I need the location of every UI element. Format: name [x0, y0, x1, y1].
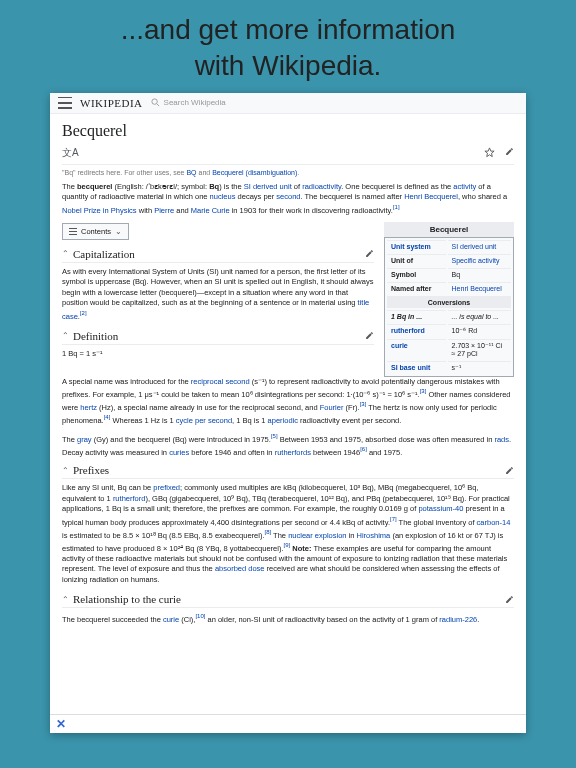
- edit-section-icon[interactable]: [365, 249, 374, 258]
- bottom-bar: ✕: [50, 714, 526, 733]
- chevron-up-icon[interactable]: ⌃: [62, 595, 69, 604]
- section-heading: Definition: [73, 330, 118, 342]
- menu-icon[interactable]: [58, 97, 72, 109]
- list-icon: [69, 228, 77, 235]
- close-icon[interactable]: ✕: [56, 717, 66, 731]
- svg-point-0: [151, 99, 156, 104]
- svg-line-1: [156, 104, 158, 106]
- infobox: Becquerel Unit systemSI derived unit Uni…: [384, 222, 514, 377]
- redirect-link[interactable]: BQ: [186, 169, 196, 176]
- paragraph: As with every International System of Un…: [62, 267, 374, 322]
- redirect-link[interactable]: Becquerel (disambiguation): [212, 169, 297, 176]
- wikipedia-page: WIKIPEDIA Search Wikipedia Becquerel 文A …: [50, 93, 526, 733]
- page-title: Becquerel: [62, 122, 514, 140]
- section-heading: Relationship to the curie: [73, 593, 181, 605]
- chevron-up-icon[interactable]: ⌃: [62, 331, 69, 340]
- section-heading: Prefixes: [73, 464, 109, 476]
- promo-line2: with Wikipedia.: [195, 50, 382, 81]
- star-icon[interactable]: [484, 147, 495, 158]
- promo-line1: ...and get more information: [121, 14, 456, 45]
- language-icon[interactable]: 文A: [62, 146, 79, 160]
- intro-paragraph: The becquerel (English: /ˈbɛkərɛl/; symb…: [62, 182, 514, 216]
- edit-section-icon[interactable]: [505, 466, 514, 475]
- edit-section-icon[interactable]: [505, 595, 514, 604]
- edit-section-icon[interactable]: [365, 331, 374, 340]
- infobox-caption: Becquerel: [384, 222, 514, 237]
- wikipedia-logo[interactable]: WIKIPEDIA: [80, 97, 143, 109]
- promo-banner: ...and get more information with Wikiped…: [0, 0, 576, 93]
- section-heading: Capitalization: [73, 248, 135, 260]
- chevron-down-icon: ⌄: [115, 227, 122, 236]
- search-input[interactable]: Search Wikipedia: [151, 98, 518, 107]
- paragraph: The becquerel succeeded the curie (Ci),[…: [62, 612, 514, 625]
- article-toolbar: 文A: [62, 146, 514, 165]
- chevron-up-icon[interactable]: ⌃: [62, 249, 69, 258]
- paragraph: Like any SI unit, Bq can be prefixed; co…: [62, 483, 514, 585]
- equation: 1 Bq = 1 s⁻¹: [62, 349, 374, 360]
- edit-icon[interactable]: [505, 147, 514, 156]
- paragraph: A special name was introduced for the re…: [62, 377, 514, 427]
- redirect-note: "Bq" redirects here. For other uses, see…: [62, 169, 514, 176]
- search-icon: [151, 98, 160, 107]
- search-placeholder: Search Wikipedia: [164, 98, 226, 107]
- chevron-up-icon[interactable]: ⌃: [62, 466, 69, 475]
- paragraph: The gray (Gy) and the becquerel (Bq) wer…: [62, 432, 514, 458]
- contents-button[interactable]: Contents ⌄: [62, 223, 129, 240]
- page-header: WIKIPEDIA Search Wikipedia: [50, 93, 526, 114]
